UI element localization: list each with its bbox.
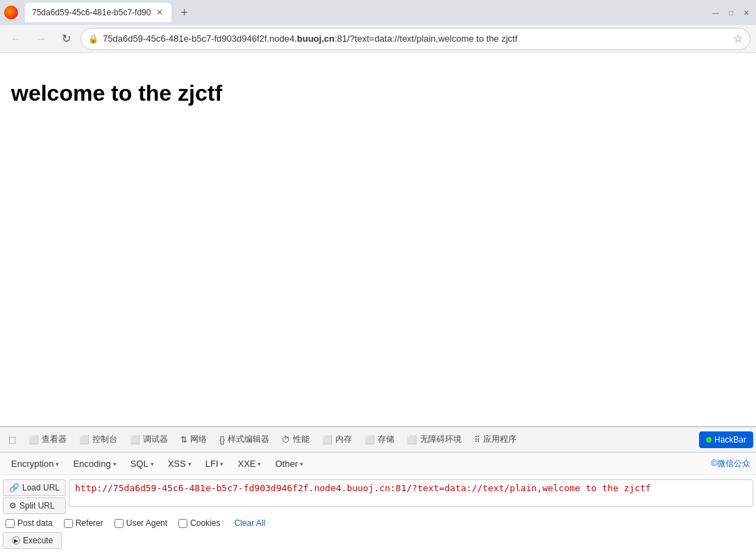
browser-chrome: 75da6d59-45c6-481e-b5c7-fd90 ✕ + — □ ✕ ←… [0,0,756,53]
firefox-logo [3,4,19,21]
devtool-storage[interactable]: ⬜ 存储 [359,430,400,449]
lfi-arrow: ▾ [220,461,224,468]
hackbar-menu-lfi[interactable]: LFI ▾ [200,456,230,471]
execute-button[interactable]: ▶ Execute [3,532,62,549]
address-text: 75da6d59-45c6-481e-b5c7-fd903d946f2f.nod… [103,33,729,44]
hackbar-menu-sql[interactable]: SQL ▾ [125,456,160,471]
hackbar-execute-row: ▶ Execute [0,531,756,550]
tab-close-button[interactable]: ✕ [155,6,165,19]
devtool-application[interactable]: ⠿ 应用程序 [469,430,522,449]
accessibility-label: 无障碍环境 [420,434,462,445]
bookmark-button[interactable]: ☆ [733,32,743,45]
lfi-label: LFI [205,459,219,469]
hackbar-panel: Encryption ▾ Encoding ▾ SQL ▾ XSS ▾ LFI … [0,452,756,553]
hackbar-menu-xss[interactable]: XSS ▾ [162,456,197,471]
referer-checkbox-item[interactable]: Referer [64,518,103,528]
devtool-accessibility[interactable]: ⬜ 无障碍环境 [401,430,467,449]
user-agent-label: User Agent [126,518,167,528]
post-data-checkbox-item[interactable]: Post data [6,518,53,528]
user-agent-checkbox-item[interactable]: User Agent [115,518,167,528]
window-close[interactable]: ✕ [739,6,753,19]
performance-icon: ⏱ [282,435,290,445]
storage-label: 存储 [378,434,394,445]
hackbar-menu-other[interactable]: Other ▾ [269,456,309,471]
debugger-label: 调试器 [143,434,168,445]
memory-icon: ⬜ [322,435,333,445]
split-url-button[interactable]: ⚙ Split URL [3,497,66,514]
address-prefix: 75da6d59-45c6-481e-b5c7-fd903d946f2f.nod… [103,33,297,44]
sql-label: SQL [131,459,149,469]
window-maximize[interactable]: □ [724,6,738,19]
post-data-checkbox[interactable] [6,519,15,528]
network-label: 网络 [190,434,207,445]
referer-checkbox[interactable] [64,519,73,528]
forward-button[interactable]: → [31,28,51,49]
hackbar-tab[interactable]: HackBar [699,431,753,448]
referer-label: Referer [76,518,103,528]
xxe-arrow: ▾ [258,461,261,468]
url-input[interactable] [69,479,753,507]
execute-icon: ▶ [12,536,20,545]
url-input-area [69,479,753,514]
performance-label: 性能 [293,434,310,445]
sql-arrow: ▾ [151,461,154,468]
encoding-arrow: ▾ [113,461,117,468]
browser-tab[interactable]: 75da6d59-45c6-481e-b5c7-fd90 ✕ [25,3,171,22]
other-arrow: ▾ [300,461,303,468]
encoding-label: Encoding [73,459,110,469]
cookies-label: Cookies [190,518,220,528]
devtool-network[interactable]: ⇅ 网络 [175,430,212,449]
cookies-checkbox-item[interactable]: Cookies [178,518,220,528]
hackbar-menu-xxe[interactable]: XXE ▾ [232,456,267,471]
back-button[interactable]: ← [6,28,26,49]
hackbar-side-buttons: 🔗 Load URL ⚙ Split URL [3,479,66,514]
window-minimize[interactable]: — [709,6,723,19]
application-label: 应用程序 [483,434,516,445]
cookies-checkbox[interactable] [178,519,187,528]
devtool-inspector[interactable]: ⬜ 查看器 [23,430,72,449]
hackbar-checkbox-row: Post data Referer User Agent Cookies Cle… [0,515,756,531]
inspector-label: 查看器 [42,434,67,445]
split-url-label: Split URL [19,501,55,511]
pick-icon: ⬚ [8,435,16,445]
page-content: welcome to the zjctf [0,53,756,426]
security-icon: 🔒 [88,34,99,44]
devtool-memory[interactable]: ⬜ 内存 [317,430,358,449]
debugger-icon: ⬜ [130,435,140,445]
hackbar-dot [706,437,712,443]
xss-arrow: ▾ [188,461,192,468]
load-url-button[interactable]: 🔗 Load URL [3,479,66,496]
other-label: Other [275,459,298,469]
clear-all-button[interactable]: Clear All [234,518,265,528]
devtool-pick[interactable]: ⬚ [3,430,22,449]
devtools-toolbar: ⬚ ⬜ 查看器 ⬜ 控制台 ⬜ 调试器 ⇅ 网络 {} 样式编辑器 ⏱ 性能 ⬜… [0,427,756,452]
tab-title: 75da6d59-45c6-481e-b5c7-fd90 [32,8,151,17]
xss-label: XSS [168,459,186,469]
devtool-debugger[interactable]: ⬜ 调试器 [124,430,174,449]
nav-bar: ← → ↻ 🔒 75da6d59-45c6-481e-b5c7-fd903d94… [0,25,756,53]
refresh-button[interactable]: ↻ [56,28,76,49]
hackbar-menu-row: Encryption ▾ Encoding ▾ SQL ▾ XSS ▾ LFI … [0,453,756,475]
hackbar-url-row: 🔗 Load URL ⚙ Split URL [0,478,756,515]
console-icon: ⬜ [79,435,90,445]
xxe-label: XXE [237,459,255,469]
devtool-console[interactable]: ⬜ 控制台 [74,430,123,449]
network-icon: ⇅ [180,435,187,445]
address-suffix: :81/?text=data://text/plain,welcome to t… [335,33,517,44]
post-data-label: Post data [17,518,53,528]
split-url-icon: ⚙ [9,501,17,511]
hackbar-menu-encoding[interactable]: Encoding ▾ [67,456,121,471]
load-url-icon: 🔗 [9,483,19,493]
address-bar[interactable]: 🔒 75da6d59-45c6-481e-b5c7-fd903d946f2f.n… [81,28,750,50]
devtool-style-editor[interactable]: {} 样式编辑器 [214,430,275,449]
inspector-icon: ⬜ [28,435,39,445]
console-label: 控制台 [92,434,117,445]
new-tab-button[interactable]: + [174,3,194,22]
hackbar-label: HackBar [714,435,746,445]
tab-bar: 75da6d59-45c6-481e-b5c7-fd90 ✕ + — □ ✕ [0,0,756,25]
hackbar-menu-encryption[interactable]: Encryption ▾ [6,456,65,471]
devtool-performance[interactable]: ⏱ 性能 [276,430,315,449]
memory-label: 内存 [335,434,352,445]
load-url-label: Load URL [22,483,60,493]
user-agent-checkbox[interactable] [115,519,124,528]
